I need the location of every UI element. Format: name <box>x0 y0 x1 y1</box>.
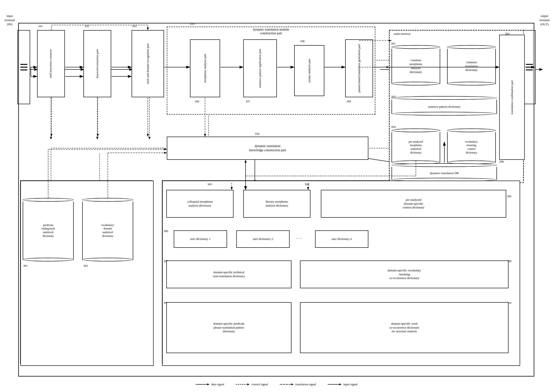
label-301: 301 <box>23 264 28 268</box>
domain-specific-technical-term-dict-label: domain-specific technicalterm translatio… <box>213 270 245 278</box>
translation-signal-label: translation signal <box>295 383 316 386</box>
terminal-line-6 <box>526 70 533 70</box>
dots-label: · · · <box>297 236 302 241</box>
control-signal-icon <box>236 383 250 386</box>
syntax-analysis-label: syntax analysis part <box>307 59 311 83</box>
svg-marker-69 <box>291 384 294 385</box>
colloquial-morpheme-dict-box: colloquial morphemeanalysis dictionary <box>166 190 234 218</box>
label-204: 204 <box>391 125 396 129</box>
label-101: 101 <box>38 24 43 28</box>
pre-analyzed-domain-specific-context-dict-box: pre-analyzeddomain-specificcontext dicti… <box>321 190 506 218</box>
user-dict-2-box: user dictionary 2 <box>236 230 290 248</box>
label-306: 306 <box>163 229 168 233</box>
svg-marker-67 <box>248 384 250 385</box>
domain-specific-word-dict-label: domain-specific wordco-occurrence dictio… <box>389 322 419 334</box>
output-terminal-label: outputterminal(OUT) <box>539 14 550 27</box>
literary-morpheme-dict-label: literary morphemeanalysis dictionary <box>265 200 288 208</box>
translation-combination-label: translation combination part <box>510 80 514 114</box>
keyword-extraction-box: keyword extraction part <box>83 30 111 97</box>
domain-specific-vocab-dict-label: domain-specific vocabulary/meaningco-occ… <box>388 269 421 280</box>
vocabulary-domain-stat-dict: vocabulary/domainstatisticaldictionary <box>82 198 133 261</box>
user-dict-n-label: user dictionary n <box>332 237 352 241</box>
pre-analyzed-morpheme-dict-label: pre-analyzedmorphemestatisticaldictionar… <box>391 132 440 162</box>
label-105: 105 <box>190 22 195 26</box>
domain-specific-vocab-meaning-dict-box: domain-specific vocabulary/meaningco-occ… <box>300 260 509 288</box>
syntax-analysis-box: syntax analysis part <box>294 45 324 96</box>
common-translation-dict-label: commontranslationdictionary <box>447 49 496 84</box>
translation-combination-box: translation combination part <box>499 35 525 160</box>
input-terminal-box <box>17 30 30 104</box>
pre-analyzed-domain-dict-label: pre-analyzeddomain-specificcontext dicti… <box>403 198 425 210</box>
label-206: 206 <box>499 160 504 163</box>
terminal-line-5 <box>526 67 533 68</box>
sentence-extraction-label: sentence extraction part <box>49 49 53 78</box>
terminal-line-1 <box>20 64 27 65</box>
data-signal-icon <box>196 383 209 386</box>
legend-data-signal: data signal <box>196 383 224 386</box>
domain-specific-predicate-phrase-dict-box: domain-specific predicatephrase translat… <box>166 302 291 353</box>
input-terminal-label: sentence extraction part inputterminal(I… <box>5 14 14 27</box>
style-domain-label: style and domain recognition part <box>146 43 150 84</box>
sentence-pattern-application-box: sentence pattern application part <box>243 39 277 97</box>
control-signal-label: control signal <box>252 383 268 386</box>
legend-input-signal: input signal <box>328 383 357 386</box>
pre-analyzed-morpheme-stat-dict: pre-analyzedmorphemestatisticaldictionar… <box>391 128 440 164</box>
user-dict-1-box: user dictionary 1 <box>174 230 227 248</box>
main-memory-label: main memory <box>394 32 411 36</box>
common-morpheme-analysis-dict: commonmorphemeanalysisdictionary <box>391 45 440 85</box>
predicate-ending-dict-label: predicateending/stylestatisticaldictiona… <box>23 202 74 259</box>
colloquial-morpheme-dict-label: colloquial morphemeanalysis dictionary <box>187 200 213 208</box>
vocabulary-meaning-dict-label: vocabulary/meaningcontextdictionary <box>447 132 496 162</box>
pattern-based-translation-label: pattern-based translation generation par… <box>357 44 361 93</box>
legend-translation-signal: translation signal <box>280 383 316 386</box>
pattern-based-translation-box: pattern-based translation generation par… <box>345 39 373 97</box>
label-305: 305 <box>507 195 511 198</box>
data-signal-label: data signal <box>211 383 224 386</box>
label-107: 107 <box>246 99 250 103</box>
dynamic-translation-knowledge-label: dynamic translationknowledge constructio… <box>249 144 286 152</box>
input-signal-icon <box>328 383 341 386</box>
diagram: sentence extraction part inputterminal(I… <box>0 0 553 392</box>
user-dict-1-label: user dictionary 1 <box>190 237 210 241</box>
svg-marker-71 <box>339 384 341 385</box>
dynamic-translation-knowledge-box: dynamic translationknowledge constructio… <box>167 137 368 160</box>
style-domain-box: style and domain recognition part <box>132 30 164 97</box>
domain-specific-predicate-dict-label: domain-specific predicatephrase translat… <box>213 322 245 334</box>
terminal-line-2 <box>20 67 27 68</box>
morpheme-analysis-box: morpheme analysis part <box>190 39 220 97</box>
terminal-line-3 <box>20 70 27 70</box>
label-302: 302 <box>83 264 88 268</box>
translation-signal-icon <box>280 383 294 386</box>
keyword-extraction-label: keyword extraction part <box>95 49 99 78</box>
user-dict-2-label: user dictionary 2 <box>253 237 273 241</box>
vocabulary-domain-dict-label: vocabulary/domainstatisticaldictionary <box>82 202 133 259</box>
terminal-line-4 <box>526 64 533 65</box>
sentence-pattern-dict-label: sentence pattern dictionary <box>391 100 497 114</box>
label-106: 106 <box>195 99 199 103</box>
label-304: 304 <box>305 182 309 186</box>
sentence-extraction-box: sentence extraction part <box>37 30 65 97</box>
label-108: 108 <box>300 39 305 43</box>
input-signal-label: input signal <box>343 383 357 386</box>
sentence-pattern-dict: sentence pattern dictionary <box>391 96 497 116</box>
dynamic-translation-db: dynamic translation DB <box>391 163 497 182</box>
label-102: 102 <box>85 24 89 28</box>
output-terminal-box <box>523 30 536 104</box>
vocabulary-meaning-context-dict: vocabulary/meaningcontextdictionary <box>447 128 496 164</box>
predicate-ending-style-dict: predicateending/stylestatisticaldictiona… <box>23 198 74 261</box>
domain-specific-word-cooccurrence-dict-box: domain-specific wordco-occurrence dictio… <box>300 302 509 353</box>
label-103: 103 <box>132 24 137 28</box>
literary-morpheme-dict-box: literary morphemeanalysis dictionary <box>243 190 311 218</box>
legend: data signal control signal translation s… <box>196 383 357 386</box>
domain-specific-technical-term-dict-box: domain-specific technicalterm translatio… <box>166 260 291 288</box>
legend-control-signal: control signal <box>236 383 268 386</box>
label-109: 109 <box>346 99 351 103</box>
label-104: 104 <box>255 132 259 136</box>
dynamic-translation-module-label: dynamic translation moduleconstruction p… <box>190 28 352 35</box>
common-morpheme-dict-label: commonmorphemeanalysisdictionary <box>391 49 440 84</box>
sentence-pattern-application-label: sentence pattern application part <box>258 49 262 88</box>
svg-marker-65 <box>207 384 209 385</box>
morpheme-analysis-label: morpheme analysis part <box>203 54 207 83</box>
common-translation-dict: commontranslationdictionary <box>447 45 496 85</box>
label-303: 303 <box>207 182 212 186</box>
